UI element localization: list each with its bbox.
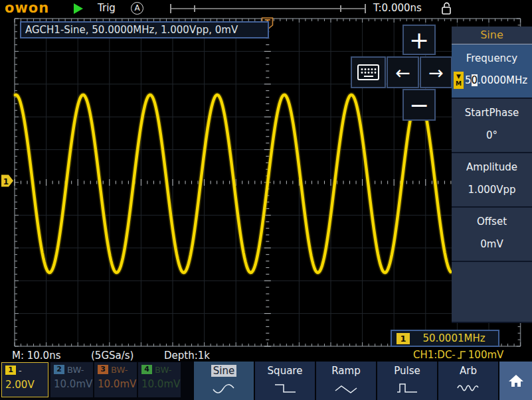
generator-status-box[interactable]: AGCH1-Sine, 50.0000MHz, 1.000Vpp, 0mV (20, 21, 269, 38)
channel-3-box[interactable]: 3 BW- 10.0mV (94, 362, 137, 397)
trigger-time-readout: T:0.000ns (373, 2, 422, 14)
startphase-value: 0° (452, 129, 532, 141)
menu-item-frequency[interactable]: Frequency ▼M 50.0000MHz (452, 44, 532, 99)
tab-pulse[interactable]: Pulse (377, 362, 437, 400)
frequency-units: .0000MHz (478, 74, 527, 86)
tab-arb-label: Arb (460, 365, 477, 377)
tab-sine[interactable]: Sine (194, 362, 254, 400)
frequency-digits: 5 (465, 74, 472, 86)
timebase-readout: M: 10.0ns (12, 350, 60, 362)
trigger-source: CH1:DC- (413, 349, 456, 361)
ch3-scale: 10.0mV (98, 378, 137, 390)
top-status-bar: owon Trig A T:0.000ns (0, 0, 532, 17)
ch4-bandwidth: BW- (155, 365, 171, 375)
trigger-level: 100mV (468, 349, 504, 361)
keyboard-button[interactable] (351, 56, 386, 88)
tab-square[interactable]: Square (255, 362, 315, 400)
unlock-icon[interactable] (441, 1, 453, 16)
frequency-label: Frequency (452, 44, 532, 64)
ch1-scale: 2.00V (5, 379, 48, 391)
tab-ramp[interactable]: Ramp (316, 362, 376, 400)
square-wave-icon (273, 381, 297, 395)
move-right-button[interactable]: → (420, 56, 452, 88)
move-left-button[interactable]: ← (387, 56, 419, 88)
frequency-cursor-digit: 0 (472, 74, 478, 86)
rising-edge-icon (458, 350, 466, 360)
startphase-label: StartPhase (452, 99, 532, 119)
menu-item-amplitude[interactable]: Amplitude 1.000Vpp (452, 153, 532, 208)
bottom-bar: 1 - 2.00V 2 BW- 10.0mV 3 BW- 10.0mV 4 BW… (0, 362, 532, 400)
tab-sine-label: Sine (211, 365, 236, 377)
tab-square-label: Square (268, 365, 303, 377)
frequency-value[interactable]: ▼M 50.0000MHz (454, 72, 532, 89)
ch2-scale: 10.0mV (54, 378, 93, 390)
frequency-counter-readout: 1 50.0001MHz (391, 330, 499, 347)
pulse-wave-icon (395, 381, 419, 395)
measured-frequency: 50.0001MHz (410, 332, 498, 344)
keyboard-icon (357, 64, 380, 81)
channel-2-box[interactable]: 2 BW- 10.0mV (50, 362, 93, 397)
increase-button[interactable]: + (402, 25, 436, 55)
m-knob-icon: ▼M (454, 72, 464, 89)
svg-text:1: 1 (3, 177, 9, 186)
arb-wave-icon (456, 381, 480, 395)
tab-pulse-label: Pulse (394, 365, 420, 377)
panel-title: Sine (452, 27, 532, 44)
amplitude-label: Amplitude (452, 153, 532, 173)
ch2-badge: 2 (54, 365, 64, 374)
ramp-wave-icon (334, 381, 358, 395)
amplitude-value: 1.000Vpp (452, 184, 532, 196)
offset-value: 0mV (452, 238, 532, 250)
ch1-coupling: - (19, 366, 22, 375)
ch3-bandwidth: BW- (111, 365, 128, 375)
ch2-bandwidth: BW- (67, 365, 84, 375)
channel-1-badge: 1 (397, 333, 410, 344)
depth-readout: Depth:1k (164, 350, 210, 362)
offset-label: Offset (452, 208, 532, 228)
menu-item-empty (452, 262, 532, 323)
decrease-button[interactable]: − (402, 89, 436, 121)
ch3-badge: 3 (98, 365, 108, 374)
trigger-info-readout: CH1:DC- 100mV (413, 349, 503, 361)
home-icon (508, 373, 524, 388)
channel-4-box[interactable]: 4 BW- 10.0mV (138, 362, 181, 397)
ch4-scale: 10.0mV (141, 378, 181, 390)
tab-arb[interactable]: Arb (438, 362, 498, 400)
sine-wave-icon (212, 381, 236, 395)
channel-1-box[interactable]: 1 - 2.00V (1, 362, 48, 397)
menu-item-startphase[interactable]: StartPhase 0° (452, 99, 532, 153)
menu-item-offset[interactable]: Offset 0mV (452, 208, 532, 262)
sine-settings-panel: Sine Frequency ▼M 50.0000MHz StartPhase … (452, 27, 532, 323)
ch1-badge: 1 (5, 366, 16, 375)
ch4-badge: 4 (141, 365, 152, 374)
tab-ramp-label: Ramp (331, 365, 360, 377)
home-button[interactable] (499, 362, 532, 400)
oscilloscope-screen: T1 owon Trig A T:0.000ns AGCH1-Sine, 50.… (0, 0, 532, 400)
sample-rate-readout: (5GSa/s) (91, 350, 133, 362)
